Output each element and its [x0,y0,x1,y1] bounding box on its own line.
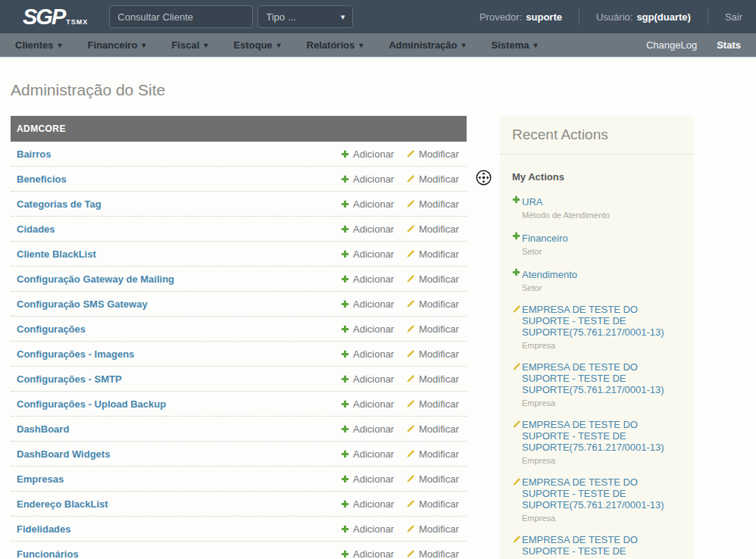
action-object-link[interactable]: Atendimento [522,269,577,280]
model-link[interactable]: Funcionários [17,548,79,559]
pencil-icon [406,374,415,383]
row-actions: Adicionar Modificar [341,498,461,510]
add-button[interactable]: Adicionar [341,523,406,535]
edit-button[interactable]: Modificar [406,298,459,310]
add-button[interactable]: Adicionar [341,548,406,559]
add-button[interactable]: Adicionar [341,498,406,510]
add-button[interactable]: Adicionar [341,248,406,260]
action-object-link[interactable]: EMPRESA DE TESTE DO SUPORTE - TESTE DE S… [522,361,682,395]
pencil-icon [406,324,415,333]
model-link[interactable]: Endereço BlackList [17,498,108,510]
edit-button[interactable]: Modificar [406,248,459,260]
model-link[interactable]: Configurações - Imagens [17,348,134,360]
action-object-link[interactable]: URA [522,196,542,208]
action-object-type: Empresa [522,341,682,350]
edit-button[interactable]: Modificar [406,273,459,285]
pencil-icon [406,199,415,208]
add-button[interactable]: Adicionar [341,348,406,360]
edit-button[interactable]: Modificar [406,198,459,210]
edit-button[interactable]: Modificar [406,398,459,410]
nav-menu-item[interactable]: Relatórios ▾ [307,39,364,51]
stats-link[interactable]: Stats [717,39,741,51]
add-button[interactable]: Adicionar [341,398,406,410]
add-button[interactable]: Adicionar [341,198,406,210]
model-link[interactable]: Fidelidades [17,523,71,535]
add-button-label: Adicionar [353,198,394,210]
table-row: Fidelidades Adicionar [11,517,467,542]
edit-button[interactable]: Modificar [406,448,459,460]
edit-button[interactable]: Modificar [406,323,459,335]
pencil-icon [406,274,415,283]
nav-menu-item[interactable]: Financeiro ▾ [88,39,146,51]
add-button[interactable]: Adicionar [341,473,406,485]
search-input[interactable] [109,5,253,28]
add-button[interactable]: Adicionar [341,373,406,385]
edit-button[interactable]: Modificar [406,373,459,385]
edit-button[interactable]: Modificar [406,473,459,485]
row-actions: Adicionar Modificar [341,298,461,310]
add-button[interactable]: Adicionar [341,423,406,435]
logout-link[interactable]: Sair [725,11,742,23]
sgp-logo[interactable]: SGP TSMX [23,5,88,28]
edit-button[interactable]: Modificar [406,223,459,235]
edit-button[interactable]: Modificar [406,348,459,360]
action-object-link[interactable]: Financeiro [522,233,568,244]
model-link[interactable]: DashBoard [17,423,69,435]
pencil-icon [406,549,415,558]
model-link[interactable]: Cliente BlackList [17,248,96,260]
row-actions: Adicionar Modificar [341,523,461,535]
add-button[interactable]: Adicionar [341,223,406,235]
add-button[interactable]: Adicionar [341,298,406,310]
nav-menu-item[interactable]: Administração ▾ [389,39,465,51]
pencil-icon [406,524,415,533]
add-button[interactable]: Adicionar [341,448,406,460]
model-link[interactable]: Configurações - Upload Backup [17,398,166,410]
chevron-down-icon: ▾ [58,41,62,49]
model-link[interactable]: Configuração Gateway de Mailing [17,273,174,285]
nav-menu-item[interactable]: Clientes ▾ [15,39,62,51]
edit-button-label: Modificar [419,523,459,535]
edit-button[interactable]: Modificar [406,498,459,510]
model-link[interactable]: Configurações [17,323,86,335]
chevron-down-icon: ▾ [277,41,281,49]
edit-button[interactable]: Modificar [406,548,459,559]
model-link[interactable]: Bairros [17,148,52,160]
table-row: Configuração Gateway de Mailing Adiciona… [11,267,467,292]
edit-button[interactable]: Modificar [406,148,459,160]
edit-button[interactable]: Modificar [406,423,459,435]
nav-menu-item[interactable]: Sistema ▾ [492,39,538,51]
nav-menu-item[interactable]: Fiscal ▾ [171,39,208,51]
tipo-select[interactable]: Tipo ... ▾ [258,5,353,28]
model-link[interactable]: DashBoard Widgets [17,448,110,460]
action-object-link[interactable]: EMPRESA DE TESTE DO SUPORTE - TESTE DE S… [522,534,682,559]
chevron-down-icon: ▾ [359,41,363,49]
nav-menu-item[interactable]: Estoque ▾ [233,39,280,51]
plus-icon [512,232,520,240]
model-link[interactable]: Empresas [17,473,64,485]
model-link[interactable]: Configuração SMS Gateway [17,298,148,310]
model-link[interactable]: Configurações - SMTP [17,373,122,385]
changelog-link[interactable]: ChangeLog [646,39,697,51]
pencil-icon [406,449,415,458]
add-button[interactable]: Adicionar [341,273,406,285]
action-object-link[interactable]: EMPRESA DE TESTE DO SUPORTE - TESTE DE S… [522,419,682,453]
edit-button-label: Modificar [419,348,459,360]
plus-icon [341,175,349,183]
model-link[interactable]: Beneficios [17,173,67,185]
add-button[interactable]: Adicionar [341,148,406,160]
action-object-type: Empresa [522,456,682,465]
action-object-link[interactable]: EMPRESA DE TESTE DO SUPORTE - TESTE DE S… [522,476,682,511]
model-link[interactable]: Categorias de Tag [17,198,102,210]
action-object-link[interactable]: EMPRESA DE TESTE DO SUPORTE - TESTE DE S… [522,304,682,338]
pencil-icon [406,174,415,183]
action-object-type: Empresa [522,398,682,408]
add-button[interactable]: Adicionar [341,173,406,185]
nav-menu: Clientes ▾ Financeiro ▾ Fiscal ▾ Estoque… [15,39,563,51]
plus-icon [341,400,349,408]
table-row: Empresas Adicionar [11,467,467,492]
plus-icon [341,525,349,533]
edit-button[interactable]: Modificar [406,173,459,185]
model-link[interactable]: Cidades [17,223,55,235]
edit-button[interactable]: Modificar [406,523,459,535]
add-button[interactable]: Adicionar [341,323,406,335]
